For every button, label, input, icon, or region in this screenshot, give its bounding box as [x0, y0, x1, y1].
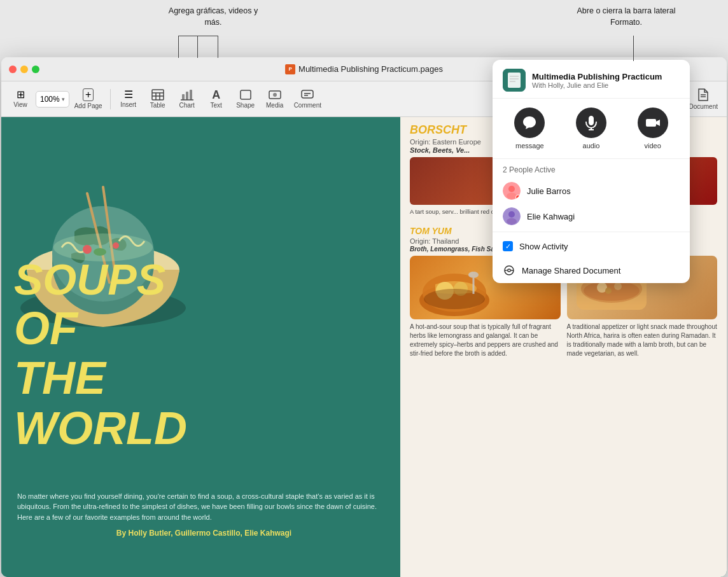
svg-rect-54 [646, 119, 656, 127]
shape-button[interactable]: Shape [232, 84, 260, 115]
chart-button[interactable]: Chart [173, 84, 201, 115]
svg-point-46 [605, 288, 612, 294]
popup-divider [493, 232, 690, 232]
video-icon [638, 108, 668, 138]
svg-rect-48 [508, 73, 521, 88]
show-activity-checkbox[interactable]: ✓ [503, 241, 513, 251]
maximize-button[interactable] [32, 66, 39, 73]
svg-rect-12 [302, 90, 313, 98]
comment-label: Comment [294, 102, 321, 109]
shape-icon [239, 89, 252, 101]
left-callout: Agrega gráficas, videos y más. [159, 5, 267, 28]
svg-point-45 [614, 282, 622, 290]
svg-rect-5 [182, 94, 185, 100]
add-page-icon: + [83, 88, 94, 101]
shape-label: Shape [236, 102, 255, 109]
svg-point-11 [273, 93, 277, 97]
popup-actions: message audio video [493, 99, 690, 159]
collaborate-popup: Multimedia Publishing Practicum With Hol… [493, 60, 690, 283]
view-icon: ⊞ [17, 90, 25, 100]
zoom-value: 100% [40, 95, 60, 104]
zoom-control[interactable]: 100% ▾ [36, 91, 69, 108]
table-label: Table [150, 102, 165, 109]
active-count: 2 People Active [493, 159, 690, 178]
video-action[interactable]: video [638, 108, 668, 149]
popup-doc-info: Multimedia Publishing Practicum With Hol… [532, 72, 662, 89]
document-label: Document [689, 103, 718, 110]
svg-rect-0 [152, 90, 164, 100]
manage-doc-icon [503, 264, 515, 277]
show-activity-item[interactable]: ✓ Show Activity [493, 235, 690, 258]
message-action[interactable]: message [514, 108, 545, 149]
close-button[interactable] [9, 66, 17, 73]
comment-icon [301, 89, 314, 101]
online-indicator [515, 195, 521, 200]
avatar-elie [503, 207, 521, 225]
chart-label: Chart [179, 102, 194, 109]
svg-rect-9 [241, 90, 251, 99]
media-button[interactable]: Media [261, 84, 289, 115]
insert-button[interactable]: ☰ Insert [115, 84, 143, 115]
view-button[interactable]: ⊞ View [6, 84, 34, 115]
popup-header: Multimedia Publishing Practicum With Hol… [493, 60, 690, 99]
text-label: Text [210, 102, 221, 109]
svg-point-56 [508, 186, 515, 192]
message-label: message [515, 142, 544, 149]
text-icon: A [212, 89, 220, 101]
document-button[interactable]: Document [685, 84, 722, 115]
left-panel: SOUPS OF THE WORLD No matter where you f… [1, 117, 400, 577]
svg-rect-7 [190, 90, 192, 100]
svg-point-39 [468, 272, 479, 278]
zoom-arrow-icon: ▾ [62, 96, 65, 102]
right-callout: Abre o cierra la barra lateral Formato. [563, 5, 690, 28]
insert-icon: ☰ [124, 90, 133, 100]
table-button[interactable]: Table [144, 84, 172, 115]
message-icon [514, 108, 545, 138]
toolbar-separator-1 [110, 89, 111, 109]
table-icon [151, 89, 164, 101]
add-page-label: Add Page [74, 102, 102, 109]
avatar-julie [503, 182, 521, 200]
audio-icon [576, 108, 606, 138]
text-button[interactable]: A Text [202, 84, 230, 115]
comment-button[interactable]: Comment [290, 84, 325, 115]
media-icon [269, 89, 281, 101]
popup-doc-icon [503, 69, 526, 92]
svg-rect-6 [186, 92, 188, 100]
pages-icon: P [285, 64, 295, 74]
document-icon [697, 88, 709, 102]
svg-point-59 [508, 211, 515, 218]
window-title: P Multimedia Publishing Practicum.pages [285, 64, 443, 74]
video-label: video [644, 142, 661, 149]
add-page-button[interactable]: + Add Page [71, 84, 106, 115]
person-julie: Julie Barros [493, 178, 690, 204]
svg-point-38 [424, 289, 485, 309]
main-title: SOUPS OF THE WORLD [14, 253, 187, 450]
traffic-lights [1, 66, 39, 73]
minimize-button[interactable] [20, 66, 28, 73]
svg-point-28 [113, 242, 119, 249]
media-label: Media [266, 102, 283, 109]
audio-label: audio [583, 142, 600, 149]
view-label: View [13, 101, 27, 108]
chart-icon [181, 89, 193, 101]
manage-doc-item[interactable]: Manage Shared Document [493, 258, 690, 283]
person-elie: Elie Kahwagi [493, 204, 690, 229]
audio-action[interactable]: audio [576, 108, 606, 149]
insert-label: Insert [120, 101, 136, 108]
body-text: No matter where you find yourself dining… [17, 491, 391, 539]
svg-point-60 [507, 218, 517, 225]
